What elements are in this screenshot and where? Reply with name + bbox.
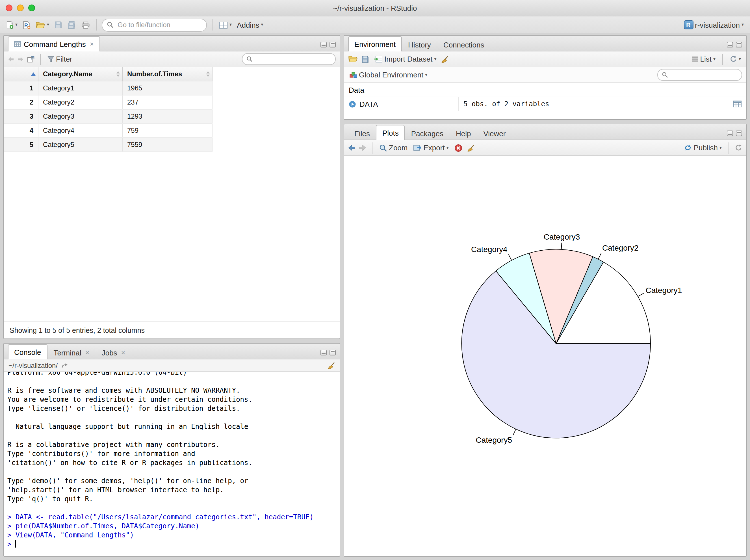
pane-layout-button[interactable]: ▾ <box>218 20 233 30</box>
data-grid-icon <box>14 41 21 47</box>
clear-environment-broom-icon[interactable] <box>441 55 449 63</box>
close-tab-icon[interactable]: × <box>90 40 94 48</box>
clear-console-broom-icon[interactable] <box>327 361 335 369</box>
import-dataset-button[interactable]: Import Dataset ▾ <box>372 54 438 64</box>
refresh-environment-button[interactable]: ▾ <box>729 54 742 64</box>
minimize-pane-button[interactable] <box>320 350 327 356</box>
tab-console[interactable]: Console <box>8 344 47 359</box>
environment-section-label: Data <box>344 83 746 97</box>
left-column: Command Lengths × Filter <box>3 35 340 557</box>
close-tab-icon[interactable]: × <box>85 349 89 357</box>
rstudio-window: ~/r-visualization - RStudio ▾ R ▾ <box>0 0 750 560</box>
tab-packages[interactable]: Packages <box>405 126 450 140</box>
minimize-window-button[interactable] <box>17 4 24 11</box>
pie-chart: Category1Category2Category3Category4Cate… <box>344 156 746 556</box>
minimize-pane-button[interactable] <box>727 42 733 47</box>
environment-tabbar: Environment History Connections <box>344 36 746 52</box>
environment-search-input[interactable] <box>670 71 737 79</box>
console-input-line: > pie(DATA$Number.of.Times, DATA$Categor… <box>7 522 336 531</box>
environment-scope-selector[interactable]: Global Environment ▾ <box>348 69 429 80</box>
export-plot-button[interactable]: Export ▾ <box>412 142 450 153</box>
back-arrow-icon[interactable] <box>8 56 14 62</box>
print-button[interactable] <box>80 20 91 30</box>
export-icon <box>413 144 422 152</box>
tab-viewer[interactable]: Viewer <box>477 126 512 140</box>
remove-plot-button[interactable] <box>453 143 463 153</box>
table-row[interactable]: 2Category2237 <box>4 95 212 109</box>
table-row[interactable]: 4Category4759 <box>4 123 212 138</box>
tab-help[interactable]: Help <box>450 126 477 140</box>
console-output[interactable]: Platform: x86_64-apple-darwin15.6.0 (64-… <box>4 372 340 556</box>
row-number-header[interactable] <box>4 67 38 81</box>
previous-plot-button[interactable] <box>348 145 355 151</box>
environment-object-row[interactable]: DATA 5 obs. of 2 variables <box>344 97 746 111</box>
maximize-pane-button[interactable] <box>330 42 336 47</box>
column-header-number-of-times[interactable]: Number.of.Times <box>122 67 212 81</box>
pie-label-leader-line <box>561 243 561 249</box>
plots-tabbar: Files Plots Packages Help Viewer <box>344 124 746 140</box>
minimize-pane-button[interactable] <box>320 42 327 47</box>
project-menu-button[interactable]: R r-visualization ▾ <box>683 19 745 31</box>
view-object-button[interactable] <box>729 97 746 111</box>
pie-label-leader-line <box>513 429 516 435</box>
go-to-directory-icon[interactable] <box>62 362 69 368</box>
clear-plots-broom-icon[interactable] <box>467 144 475 152</box>
maximize-pane-button[interactable] <box>736 42 742 47</box>
publish-icon <box>684 144 692 152</box>
console-output-line <box>7 413 336 422</box>
tab-jobs[interactable]: Jobs × <box>96 345 132 359</box>
table-row[interactable]: 1Category11965 <box>4 81 212 95</box>
minimize-pane-button[interactable] <box>727 131 733 136</box>
tab-history[interactable]: History <box>402 37 437 52</box>
tab-files[interactable]: Files <box>348 126 376 140</box>
close-window-button[interactable] <box>6 4 13 11</box>
next-plot-button[interactable] <box>359 145 366 151</box>
table-row[interactable]: 3Category31293 <box>4 109 212 123</box>
r-project-icon: R <box>684 20 693 29</box>
tab-connections[interactable]: Connections <box>437 37 491 52</box>
plot-canvas: Category1Category2Category3Category4Cate… <box>344 156 746 556</box>
load-workspace-icon[interactable] <box>348 55 358 63</box>
working-directory[interactable]: ~/r-visualization/ <box>8 361 58 369</box>
close-tab-icon[interactable]: × <box>121 349 125 357</box>
pie-label-leader-line <box>598 253 601 259</box>
console-output-line: Type 'demo()' for some demos, 'help()' f… <box>7 476 336 485</box>
forward-arrow-icon[interactable] <box>18 56 24 62</box>
save-button[interactable] <box>53 20 63 30</box>
column-header-category-name[interactable]: Category.Name <box>38 67 122 81</box>
pie-label-category2: Category2 <box>602 243 638 252</box>
search-icon <box>662 72 668 78</box>
new-file-icon <box>6 21 14 29</box>
maximize-pane-button[interactable] <box>330 350 336 356</box>
addins-button[interactable]: Addins ▾ <box>236 20 264 30</box>
refresh-plot-icon[interactable] <box>735 144 742 152</box>
tab-plots[interactable]: Plots <box>376 125 405 140</box>
table-cell: Category3 <box>38 109 122 123</box>
tab-label: Command Lengths <box>24 40 86 48</box>
tab-environment[interactable]: Environment <box>348 36 402 52</box>
print-icon <box>81 21 90 28</box>
console-input-line: > View(DATA, "Command Lengths") <box>7 531 336 540</box>
data-viewer-search-input[interactable] <box>255 55 331 64</box>
publish-button[interactable]: Publish ▾ <box>683 142 723 153</box>
table-row[interactable]: 5Category57559 <box>4 138 212 152</box>
expand-object-icon[interactable] <box>349 100 356 108</box>
list-view-button[interactable]: List ▾ <box>690 54 717 64</box>
open-file-button[interactable]: ▾ <box>35 20 50 30</box>
filter-button[interactable]: Filter <box>46 54 74 64</box>
fullscreen-window-button[interactable] <box>28 4 35 11</box>
save-workspace-icon[interactable] <box>361 55 369 63</box>
scope-label: Global Environment <box>359 71 423 79</box>
open-in-new-window-icon[interactable] <box>27 56 35 62</box>
tab-command-lengths[interactable]: Command Lengths × <box>8 36 100 52</box>
maximize-pane-button[interactable] <box>736 131 742 136</box>
tab-terminal[interactable]: Terminal × <box>47 345 95 359</box>
chevron-down-icon: ▾ <box>739 57 741 61</box>
new-project-button[interactable]: R <box>21 20 32 30</box>
toolbar-separator <box>96 19 97 31</box>
save-all-button[interactable] <box>66 20 77 30</box>
console-input-line: > DATA <- read.table("/Users/lsalazar/co… <box>7 513 336 522</box>
zoom-plot-button[interactable]: Zoom <box>378 142 409 153</box>
goto-file-input[interactable] <box>116 20 202 29</box>
new-file-button[interactable]: ▾ <box>5 20 19 30</box>
